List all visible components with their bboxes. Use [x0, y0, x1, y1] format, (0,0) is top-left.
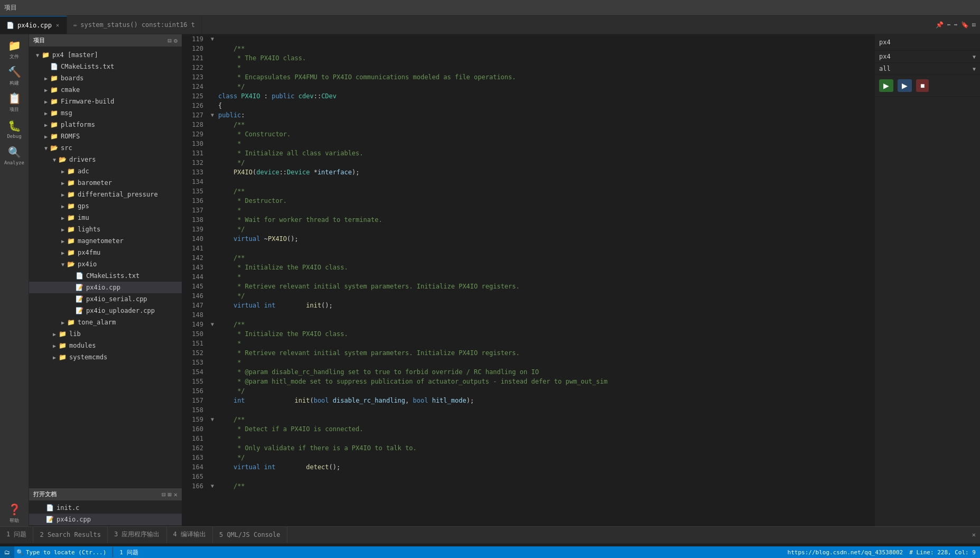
nav-icon2: ➡ [954, 21, 958, 29]
collapse-icon[interactable]: ⊟ [168, 37, 172, 44]
tree-item-tone-alarm[interactable]: ▶ 📁 tone_alarm [29, 317, 182, 328]
tree-item-modules[interactable]: ▶ 📁 modules [29, 340, 182, 351]
open-file-init[interactable]: 📄 init.c [29, 502, 182, 514]
tree-item-px4io-uploader[interactable]: 📝 px4io_uploader.cpp [29, 305, 182, 317]
px4io-serial-icon: 📝 [76, 295, 84, 303]
px4io-serial-label: px4io_serial.cpp [86, 295, 147, 303]
px4io-uploader-icon: 📝 [76, 307, 84, 314]
tree-item-romfs[interactable]: ▶ 📁 ROMFS [29, 131, 182, 142]
gps-label: gps [78, 202, 89, 210]
code-line-139: 139 */ [182, 225, 874, 234]
bottom-output-area [0, 543, 980, 546]
tree-item-cmake-folder[interactable]: ▶ 📁 cmake [29, 84, 182, 96]
tree-item-px4io[interactable]: ▼ 📂 px4io [29, 258, 182, 270]
root-label: px4 [master] [52, 51, 98, 59]
romfs-label: ROMFS [61, 133, 80, 140]
src-label: src [61, 144, 72, 152]
maximize-icon[interactable]: ⊞ [168, 491, 172, 498]
tab-compile-output[interactable]: 4 编译输出 [167, 527, 213, 543]
imu-icon: 📁 [67, 214, 76, 221]
project-icon: 📋 [8, 92, 21, 105]
bottom-panel-close[interactable]: ✕ [968, 531, 980, 538]
tab-problems[interactable]: 1 问题 [0, 527, 33, 543]
code-line-130: 130 * [182, 139, 874, 148]
code-line-128: 128 /** [182, 120, 874, 129]
tree-item-barometer[interactable]: ▶ 📁 barometer [29, 177, 182, 189]
build-icon-btn[interactable]: 🔨 构建 [2, 63, 27, 89]
cmake-file-icon: 📄 [50, 63, 59, 70]
tree-item-cmake[interactable]: 📄 CMakeLists.txt [29, 61, 182, 72]
tab-qml-console-label: 5 QML/JS Console [219, 531, 281, 538]
tree-item-px4io-serial[interactable]: 📝 px4io_serial.cpp [29, 293, 182, 305]
dropdown-icon[interactable]: ▼ [973, 54, 976, 60]
nav-icon: ⬅ [947, 21, 950, 29]
code-line-125: 125 class PX4IO : public cdev::CDev [182, 91, 874, 101]
project-icon-btn[interactable]: 📋 项目 [2, 90, 27, 115]
tree-item-gps[interactable]: ▶ 📁 gps [29, 200, 182, 212]
px4fmu-label: px4fmu [78, 249, 100, 256]
diff-pressure-label: differential_pressure [78, 191, 158, 198]
tab-close-icon[interactable]: ✕ [55, 21, 60, 29]
run-button[interactable]: ▶ [879, 79, 893, 92]
debug-icon-btn[interactable]: 🐛 Debug [2, 116, 27, 142]
code-line-121: 121 * The PX4IO class. [182, 53, 874, 63]
tree-item-px4io-cpp[interactable]: 📝 px4io.cpp [29, 282, 182, 293]
tree-item-imu[interactable]: ▶ 📁 imu [29, 212, 182, 224]
left-sidebar: 📁 文件 🔨 构建 📋 项目 🐛 Debug 🔍 Analyze ❓ 帮助 [0, 34, 29, 526]
open-files-tree: 📄 init.c 📝 px4io.cpp [29, 501, 182, 526]
analyze-icon-btn[interactable]: 🔍 Analyze [2, 143, 27, 168]
tree-item-adc[interactable]: ▶ 📁 adc [29, 165, 182, 177]
adc-icon: 📁 [67, 168, 76, 175]
lights-label: lights [78, 226, 100, 233]
tree-item-platforms[interactable]: ▶ 📁 platforms [29, 119, 182, 131]
tree-item-drivers[interactable]: ▼ 📂 drivers [29, 154, 182, 165]
code-line-152: 152 * Retrieve relevant initial system p… [182, 348, 874, 358]
lib-label: lib [69, 330, 81, 338]
settings-icon[interactable]: ⚙ [174, 37, 178, 44]
close-icon[interactable]: ✕ [174, 491, 178, 498]
tree-root[interactable]: ▼ 📁 px4 [master] [29, 49, 182, 61]
tree-item-px4fmu[interactable]: ▶ 📁 px4fmu [29, 247, 182, 258]
status-problems-count: 1 问题 [119, 548, 138, 556]
tab-problems-label: 1 问题 [6, 530, 26, 539]
tab-app-output[interactable]: 3 应用程序输出 [108, 527, 166, 543]
tab-px4io-cpp[interactable]: 📄 px4io.cpp ✕ [0, 16, 67, 34]
debug-run-button[interactable]: ▶ [898, 79, 912, 92]
code-line-155: 155 * @param hitl_mode set to suppress p… [182, 377, 874, 386]
tree-item-firmware[interactable]: ▶ 📁 Firmware-build [29, 96, 182, 107]
stop-button[interactable]: ■ [916, 79, 929, 92]
tab-bar: 📄 px4io.cpp ✕ ✏️ system_status() const:u… [0, 16, 980, 34]
code-line-145: 145 * Retrieve relevant initial system p… [182, 282, 874, 291]
tree-item-systemcmds[interactable]: ▶ 📁 systemcmds [29, 351, 182, 363]
tab-system-status[interactable]: ✏️ system_status() const:uint16 t [67, 16, 202, 34]
tab-qml-console[interactable]: 5 QML/JS Console [213, 527, 287, 543]
tree-item-magnetometer[interactable]: ▶ 📁 magnetometer [29, 235, 182, 247]
tree-item-lib[interactable]: ▶ 📁 lib [29, 328, 182, 340]
dropdown-icon2[interactable]: ▼ [973, 66, 976, 72]
tone-alarm-label: tone_alarm [78, 319, 116, 326]
status-search[interactable]: 🔍 Type to locate (Ctr...) [16, 549, 106, 556]
files-icon-btn[interactable]: 📁 文件 [2, 37, 27, 62]
open-px4io-icon: 📝 [46, 516, 54, 523]
help-icon-btn[interactable]: ❓ 帮助 [2, 501, 27, 526]
tree-item-boards[interactable]: ▶ 📁 boards [29, 72, 182, 84]
open-file-px4io[interactable]: 📝 px4io.cpp [29, 514, 182, 525]
root-expand-icon: ▼ [33, 52, 42, 58]
tree-item-diff-pressure[interactable]: ▶ 📁 differential_pressure [29, 189, 182, 200]
gps-icon: 📁 [67, 202, 76, 210]
modules-icon: 📁 [59, 342, 67, 349]
editor-wrapper[interactable]: 119 ▼ 120 /** 121 * The PX4IO class. 122… [182, 34, 874, 526]
tree-item-msg[interactable]: ▶ 📁 msg [29, 107, 182, 119]
magnetometer-label: magnetometer [78, 237, 124, 245]
tree-item-px4io-cmake[interactable]: 📄 CMakeLists.txt [29, 270, 182, 282]
tree-item-src[interactable]: ▼ 📂 src [29, 142, 182, 154]
tab-compile-output-label: 4 编译输出 [173, 530, 206, 539]
src-icon: 📂 [50, 144, 59, 152]
tree-item-lights[interactable]: ▶ 📁 lights [29, 224, 182, 235]
status-separator [113, 547, 113, 557]
bookmark-icon: 🔖 [961, 21, 969, 29]
minimize-icon[interactable]: ⊟ [162, 491, 165, 498]
tab-search-results[interactable]: 2 Search Results [33, 527, 108, 543]
right-debug-panel: px4 px4 ▼ all ▼ ▶ ▶ ■ [874, 34, 980, 526]
code-line-123: 123 * Encapsulates PX4FMU to PX4IO commu… [182, 72, 874, 82]
